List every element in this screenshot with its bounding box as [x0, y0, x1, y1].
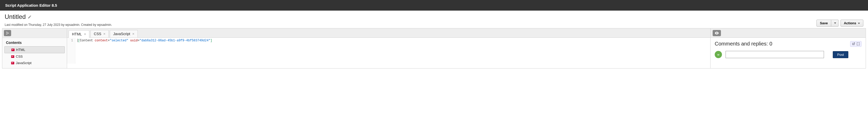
- app-title-bar: Script Application Editor 8.5: [0, 0, 868, 10]
- comments-title: Comments and replies: 0: [715, 41, 772, 47]
- tab-css[interactable]: CSS ×: [90, 30, 109, 37]
- sidebar-item-label: JavaScript: [16, 61, 32, 65]
- close-icon[interactable]: ×: [84, 32, 86, 36]
- tab-bar: HTML × CSS × JavaScript ×: [67, 28, 710, 38]
- file-icon: [11, 55, 14, 58]
- document-title: Untitled: [5, 13, 26, 21]
- sidebar-item-html[interactable]: HTML: [4, 46, 65, 53]
- sidebar-item-javascript[interactable]: JavaScript: [2, 60, 67, 66]
- save-button-group: Save: [816, 20, 838, 27]
- tab-label: HTML: [72, 32, 82, 36]
- tree-view-button[interactable]: [4, 30, 11, 36]
- tab-html[interactable]: HTML ×: [69, 30, 89, 38]
- title-area: Untitled Last modified on Thursday, 27 J…: [5, 13, 112, 27]
- file-icon: [11, 62, 14, 64]
- panel-window-controls: [850, 41, 862, 47]
- post-button[interactable]: Post: [833, 51, 848, 58]
- avatar: w: [715, 51, 722, 58]
- right-panel: Comments and replies: 0 w Post: [710, 28, 866, 68]
- actions-bar: Save Actions: [816, 20, 863, 27]
- document-header: Untitled Last modified on Thursday, 27 J…: [0, 10, 868, 28]
- expand-icon[interactable]: [856, 42, 860, 46]
- app-title: Script Application Editor 8.5: [5, 3, 57, 7]
- title-line: Untitled: [5, 13, 112, 21]
- sidebar-toolbar: [2, 28, 67, 38]
- editor-area: HTML × CSS × JavaScript × 1 [Content con…: [67, 28, 710, 68]
- edit-title-icon[interactable]: [28, 15, 32, 19]
- comments-header: Comments and replies: 0: [715, 41, 862, 47]
- tab-javascript[interactable]: JavaScript ×: [110, 30, 138, 37]
- code-content[interactable]: [Content context="selected" uuid="dab6a3…: [75, 38, 214, 64]
- contents-list: HTML CSS JavaScript: [2, 46, 67, 68]
- text-cursor: [78, 39, 78, 42]
- sidebar-item-css[interactable]: CSS: [2, 53, 67, 60]
- tab-label: CSS: [94, 32, 101, 36]
- main-area: Contents HTML CSS JavaScript HTML × CSS: [2, 28, 866, 68]
- eye-icon: [714, 31, 719, 35]
- contents-header: Contents: [2, 38, 67, 46]
- close-icon[interactable]: ×: [103, 32, 105, 36]
- caret-down-icon: [858, 23, 860, 24]
- sidebar-item-label: CSS: [16, 55, 23, 59]
- popout-icon[interactable]: [852, 42, 855, 46]
- document-meta: Last modified on Thursday, 27 July 2023 …: [5, 23, 112, 27]
- actions-button[interactable]: Actions: [841, 20, 863, 27]
- tree-icon: [6, 31, 9, 35]
- line-gutter: 1: [67, 38, 75, 64]
- sidebar-item-label: HTML: [16, 48, 25, 52]
- line-number: 1: [67, 39, 73, 42]
- tab-label: JavaScript: [113, 32, 130, 36]
- save-dropdown-button[interactable]: [831, 20, 838, 27]
- caret-down-icon: [834, 23, 836, 24]
- comment-input[interactable]: [725, 51, 824, 58]
- file-icon: [11, 48, 14, 51]
- code-editor[interactable]: 1 [Content context="selected" uuid="dab6…: [67, 38, 710, 64]
- right-toolbar: [711, 28, 866, 38]
- comment-input-row: w Post: [715, 51, 862, 58]
- preview-button[interactable]: [713, 30, 721, 36]
- save-button[interactable]: Save: [816, 20, 831, 27]
- comments-panel: Comments and replies: 0 w Post: [711, 38, 866, 61]
- close-icon[interactable]: ×: [132, 32, 134, 36]
- sidebar: Contents HTML CSS JavaScript: [2, 28, 67, 68]
